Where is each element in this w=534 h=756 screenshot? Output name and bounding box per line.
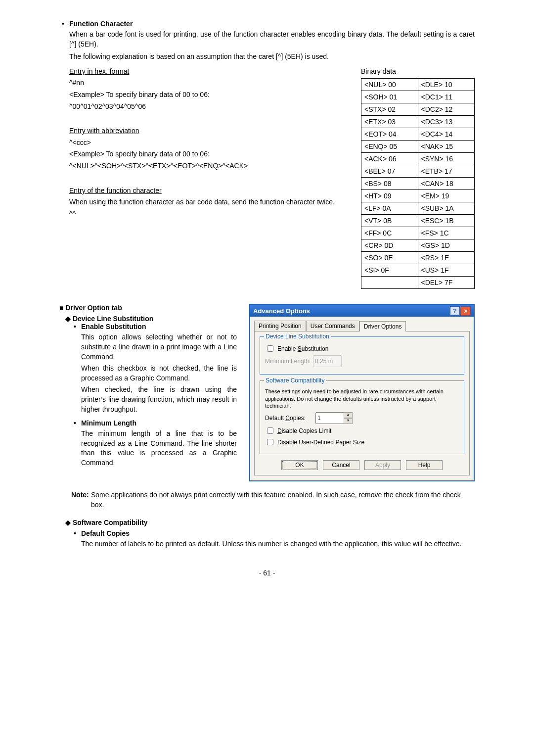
groupbox-device-line-substitution: Device Line Substitution Enable Substitu… [260, 336, 464, 375]
table-row: <EOT> 04<DC4> 14 [361, 128, 475, 141]
groupbox-software-compatibility: Software Compatibility These settings on… [260, 380, 464, 454]
entry-abbr-example: <Example> To specify binary data of 00 t… [69, 149, 349, 159]
apply-button[interactable]: Apply [364, 460, 401, 470]
table-row: <SI> 0F<US> 1F [361, 264, 475, 277]
disable-paper-size-checkbox[interactable] [267, 439, 273, 445]
table-row: <HT> 09<EM> 19 [361, 190, 475, 202]
close-icon[interactable]: × [461, 306, 471, 315]
binary-data-block: Binary data <NUL> 00<DLE> 10 <SOH> 01<DC… [361, 65, 475, 289]
minimum-length-label: Minimum Length: [265, 358, 311, 365]
entry-func-title: Entry of the function character [69, 186, 349, 196]
note-block: Note: Some applications do not always pr… [71, 490, 475, 510]
dialog-title-text: Advanced Options [253, 307, 449, 315]
disable-copies-limit-label: Disable Copies Limit [277, 427, 331, 434]
dialog-titlebar[interactable]: Advanced Options ? × [250, 305, 474, 317]
entry-func-p: When using the function character as bar… [69, 197, 349, 207]
entry-hex-pattern: ^#nn [69, 78, 349, 88]
entry-abbr-title: Entry with abbreviation [69, 126, 349, 136]
default-copies-p: The number of labels to be printed as de… [81, 539, 475, 549]
help-button[interactable]: Help [406, 460, 443, 470]
enable-substitution-title: Enable Substitution [81, 323, 237, 331]
enable-substitution-p3: When checked, the line is drawn using th… [81, 385, 237, 414]
cancel-button[interactable]: Cancel [323, 460, 359, 470]
square-bullet-icon: ■ [59, 304, 65, 312]
entry-hex-example-val: ^00^01^02^03^04^05^06 [69, 102, 349, 112]
default-copies-input[interactable] [315, 412, 344, 424]
table-row: <LF> 0A<SUB> 1A [361, 202, 475, 215]
default-copies-label: Default Copies: [265, 415, 306, 422]
enable-substitution-p2: When this checkbox is not checked, the l… [81, 364, 237, 383]
tab-user-commands[interactable]: User Commands [306, 321, 359, 331]
table-row: <SOH> 01<DC1> 11 [361, 91, 475, 103]
table-row: <STX> 02<DC2> 12 [361, 103, 475, 116]
enable-substitution-label: Enable Substitution [277, 345, 328, 352]
entry-abbr-example-val: ^<NUL>^<SOH>^<STX>^<ETX>^<EOT>^<ENQ>^<AC… [69, 161, 349, 171]
diamond-bullet-icon: ◆ [65, 315, 73, 323]
table-row: <VT> 0B<ESC> 1B [361, 215, 475, 227]
note-label: Note: [71, 491, 89, 499]
spin-up-icon[interactable]: ▲ [344, 412, 353, 418]
tab-driver-options[interactable]: Driver Options [359, 321, 406, 331]
table-row: <SO> 0E<RS> 1E [361, 252, 475, 264]
note-text: Some applications do not always print co… [91, 491, 461, 509]
function-character-p1: When a bar code font is used for printin… [69, 30, 475, 49]
disable-paper-size-label: Disable User-Defined Paper Size [277, 439, 364, 446]
table-row: <CR> 0D<GS> 1D [361, 239, 475, 252]
table-row: <NUL> 00<DLE> 10 [361, 79, 475, 91]
tab-printing-position[interactable]: Printing Position [254, 321, 306, 331]
binary-data-title: Binary data [361, 67, 475, 77]
default-copies-block: Default Copies The number of labels to b… [71, 529, 475, 549]
entry-func-ex: ^^ [69, 209, 349, 219]
table-row: <BEL> 07<ETB> 17 [361, 165, 475, 178]
spin-down-icon[interactable]: ▼ [344, 418, 353, 424]
entry-hex-example: <Example> To specify binary data of 00 t… [69, 90, 349, 100]
enable-substitution-block: Enable Substitution This option allows s… [71, 323, 237, 414]
minimum-length-block: Minimum Length The minimum length of a l… [71, 419, 237, 468]
table-row: <ENQ> 05<NAK> 15 [361, 141, 475, 153]
function-character-p2: The following explanation is based on an… [69, 52, 475, 62]
diamond-bullet-icon: ◆ [65, 519, 73, 526]
software-compatibility: ◆ Software Compatibility [59, 519, 475, 526]
table-row: <ETX> 03<DC3> 13 [361, 116, 475, 128]
sc-description: These settings only need to be adjusted … [265, 388, 459, 409]
enable-substitution-p1: This option allows selecting whether or … [81, 332, 237, 362]
device-line-substitution: ◆ Device Line Substitution [59, 315, 237, 323]
minimum-length-p: The minimum length of a line that is to … [81, 429, 237, 468]
enable-substitution-checkbox[interactable] [267, 345, 273, 352]
minimum-length-title: Minimum Length [81, 419, 237, 427]
minimum-length-input[interactable] [313, 355, 342, 367]
function-character-title: Function Character [69, 20, 475, 28]
help-icon[interactable]: ? [450, 306, 460, 315]
default-copies-title: Default Copies [81, 529, 475, 537]
advanced-options-dialog: Advanced Options ? × Printing Position U… [249, 304, 475, 481]
table-row: <DEL> 7F [361, 277, 475, 289]
disable-copies-limit-checkbox[interactable] [267, 427, 273, 434]
driver-option-tab: ■ Driver Option tab [59, 304, 237, 312]
entry-hex-title: Entry in hex. format [69, 67, 349, 77]
group-title-sc: Software Compatibility [264, 377, 326, 384]
ok-button[interactable]: OK [281, 460, 318, 470]
table-row: <FF> 0C<FS> 1C [361, 227, 475, 239]
table-row: <ACK> 06<SYN> 16 [361, 153, 475, 165]
table-row: <BS> 08<CAN> 18 [361, 178, 475, 190]
page-number: - 61 - [59, 569, 475, 577]
group-title-dls: Device Line Substitution [264, 333, 331, 340]
tabs: Printing Position User Commands Driver O… [254, 321, 470, 331]
section-function-character: Function Character When a bar code font … [59, 20, 475, 289]
entry-abbr-pattern: ^<ccc> [69, 138, 349, 148]
binary-data-table: <NUL> 00<DLE> 10 <SOH> 01<DC1> 11 <STX> … [361, 78, 475, 289]
